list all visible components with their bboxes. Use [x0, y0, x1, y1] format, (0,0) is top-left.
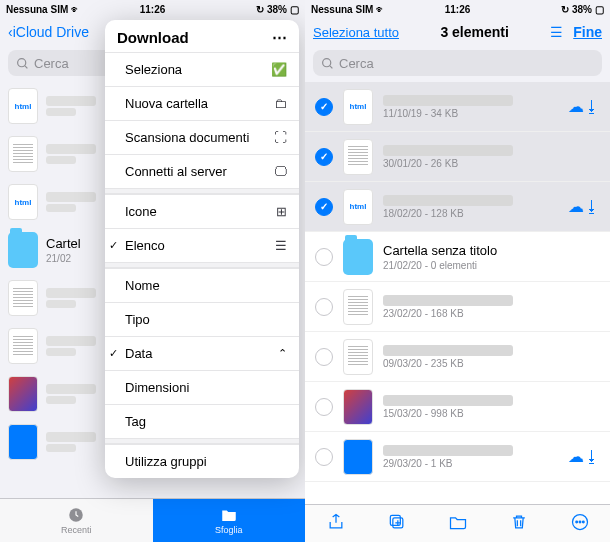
- tab-recent[interactable]: Recenti: [0, 499, 153, 542]
- tab-bar: Recenti Sfoglia: [0, 498, 305, 542]
- tab-browse[interactable]: Sfoglia: [153, 499, 306, 542]
- grid-icon: ⊞: [276, 204, 287, 219]
- file-thumb: [343, 339, 373, 375]
- check-circle-icon: ✅: [271, 62, 287, 77]
- menu-date[interactable]: Data⌃: [105, 336, 299, 370]
- cloud-download-icon[interactable]: ☁︎⭳: [568, 97, 600, 116]
- cloud-download-icon[interactable]: ☁︎⭳: [568, 447, 600, 466]
- move-button[interactable]: [448, 512, 468, 535]
- file-thumb: [343, 289, 373, 325]
- svg-point-8: [575, 521, 577, 523]
- menu-name[interactable]: Nome: [105, 268, 299, 302]
- file-name: [383, 195, 513, 206]
- file-name: [383, 395, 513, 406]
- file-name: [383, 345, 513, 356]
- menu-size[interactable]: Dimensioni: [105, 370, 299, 404]
- menu-groups[interactable]: Utilizza gruppi: [105, 444, 299, 478]
- menu-title: Download⋯: [105, 20, 299, 52]
- checkbox[interactable]: [315, 248, 333, 266]
- file-meta: 09/03/20 - 235 KB: [383, 358, 600, 369]
- file-meta: 23/02/20 - 168 KB: [383, 308, 600, 319]
- file-name: [383, 95, 513, 106]
- checkbox[interactable]: [315, 298, 333, 316]
- file-meta: 11/10/19 - 34 KB: [383, 108, 558, 119]
- more-menu: Download⋯ Seleziona✅ Nuova cartella🗀 Sca…: [105, 20, 299, 478]
- file-thumb: html: [343, 89, 373, 125]
- wifi-icon: ᯤ: [71, 4, 81, 15]
- status-bar: Nessuna SIM ᯤ 11:26 ↻ 38% ▢: [0, 0, 305, 18]
- list-item[interactable]: 29/03/20 - 1 KB☁︎⭳: [305, 432, 610, 482]
- folder-plus-icon: 🗀: [274, 96, 287, 111]
- search-input[interactable]: Cerca: [313, 50, 602, 76]
- wifi-icon: ᯤ: [376, 4, 386, 15]
- list-item[interactable]: 23/02/20 - 168 KB: [305, 282, 610, 332]
- chevron-up-icon: ⌃: [278, 347, 287, 360]
- list-item[interactable]: 15/03/20 - 998 KB: [305, 382, 610, 432]
- file-thumb: [343, 439, 373, 475]
- list-item[interactable]: html18/02/20 - 128 KB☁︎⭳: [305, 182, 610, 232]
- checkbox[interactable]: [315, 198, 333, 216]
- menu-connect[interactable]: Connetti al server🖵: [105, 154, 299, 188]
- checkbox[interactable]: [315, 98, 333, 116]
- checkbox[interactable]: [315, 398, 333, 416]
- nav-bar: Seleziona tutto 3 elementi ☰ Fine: [305, 18, 610, 46]
- menu-new-folder[interactable]: Nuova cartella🗀: [105, 86, 299, 120]
- file-list: html11/10/19 - 34 KB☁︎⭳30/01/20 - 26 KBh…: [305, 82, 610, 504]
- menu-scan[interactable]: Scansiona documenti⛶: [105, 120, 299, 154]
- file-meta: 30/01/20 - 26 KB: [383, 158, 600, 169]
- menu-tag[interactable]: Tag: [105, 404, 299, 438]
- file-name: [383, 445, 513, 456]
- toolbar: [305, 504, 610, 542]
- svg-point-3: [323, 58, 331, 66]
- list-item[interactable]: 30/01/20 - 26 KB: [305, 132, 610, 182]
- back-button[interactable]: ‹ iCloud Drive: [8, 24, 89, 40]
- file-name: [383, 145, 513, 156]
- list-icon[interactable]: ☰: [550, 24, 563, 40]
- checkbox[interactable]: [315, 348, 333, 366]
- file-meta: 18/02/20 - 128 KB: [383, 208, 558, 219]
- checkbox[interactable]: [315, 148, 333, 166]
- menu-list[interactable]: Elenco☰: [105, 228, 299, 262]
- file-thumb: html: [343, 189, 373, 225]
- duplicate-button[interactable]: [387, 512, 407, 535]
- svg-point-0: [18, 58, 26, 66]
- checkbox[interactable]: [315, 448, 333, 466]
- list-icon: ☰: [275, 238, 287, 253]
- menu-select[interactable]: Seleziona✅: [105, 52, 299, 86]
- share-button[interactable]: [326, 512, 346, 535]
- select-all-button[interactable]: Seleziona tutto: [313, 25, 399, 40]
- file-thumb: [343, 139, 373, 175]
- menu-type[interactable]: Tipo: [105, 302, 299, 336]
- svg-line-4: [330, 65, 332, 67]
- scan-icon: ⛶: [274, 130, 287, 145]
- delete-button[interactable]: [509, 512, 529, 535]
- file-meta: 21/02/20 - 0 elementi: [383, 260, 600, 271]
- svg-rect-6: [390, 515, 400, 525]
- file-thumb: [343, 239, 373, 275]
- more-button[interactable]: [570, 512, 590, 535]
- svg-point-9: [579, 521, 581, 523]
- list-item[interactable]: Cartella senza titolo21/02/20 - 0 elemen…: [305, 232, 610, 282]
- file-name: Cartella senza titolo: [383, 243, 600, 258]
- file-thumb: [343, 389, 373, 425]
- file-name: [383, 295, 513, 306]
- list-item[interactable]: 09/03/20 - 235 KB: [305, 332, 610, 382]
- menu-icons[interactable]: Icone⊞: [105, 194, 299, 228]
- status-bar: Nessuna SIM ᯤ 11:26 ↻ 38% ▢: [305, 0, 610, 18]
- selection-count: 3 elementi: [440, 24, 508, 40]
- file-meta: 29/03/20 - 1 KB: [383, 458, 558, 469]
- cloud-download-icon[interactable]: ☁︎⭳: [568, 197, 600, 216]
- svg-point-10: [582, 521, 584, 523]
- server-icon: 🖵: [274, 164, 287, 179]
- done-button[interactable]: Fine: [573, 24, 602, 40]
- file-meta: 15/03/20 - 998 KB: [383, 408, 600, 419]
- list-item[interactable]: html11/10/19 - 34 KB☁︎⭳: [305, 82, 610, 132]
- svg-line-1: [25, 65, 27, 67]
